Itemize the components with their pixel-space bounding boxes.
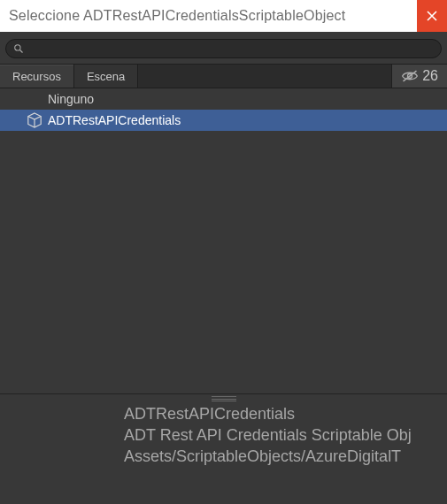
search-input[interactable] [29, 42, 434, 55]
svg-line-1 [20, 50, 23, 53]
titlebar: Seleccione ADTRestAPICredentialsScriptab… [0, 0, 447, 32]
hidden-count: 26 [422, 68, 438, 84]
detail-path: Assets/ScriptableObjects/AzureDigitalT [124, 446, 447, 467]
tab-label: Escena [87, 70, 125, 83]
detail-name: ADTRestAPICredentials [124, 403, 447, 424]
tabs-spacer [138, 65, 391, 88]
list-item-label: ADTRestAPICredentials [48, 113, 181, 127]
hidden-objects-toggle[interactable]: 26 [391, 65, 447, 88]
tabs-row: Recursos Escena 26 [0, 64, 447, 88]
svg-point-0 [15, 45, 20, 50]
search-field[interactable] [5, 39, 442, 58]
detail-panel: ADTRestAPICredentials ADT Rest API Crede… [0, 393, 447, 504]
tab-recursos[interactable]: Recursos [0, 65, 74, 88]
close-icon [427, 11, 437, 21]
resize-grip[interactable] [212, 396, 236, 401]
tab-escena[interactable]: Escena [74, 65, 138, 88]
close-button[interactable] [417, 0, 447, 32]
eye-off-icon [401, 70, 419, 82]
list-item-label: Ninguno [48, 92, 94, 106]
detail-type: ADT Rest API Credentials Scriptable Obj [124, 424, 447, 446]
list-item-none[interactable]: Ninguno [0, 88, 447, 110]
scriptable-object-icon [27, 112, 42, 128]
list-item[interactable]: ADTRestAPICredentials [0, 110, 447, 131]
tab-label: Recursos [12, 70, 61, 83]
search-icon [13, 43, 24, 54]
search-row [0, 32, 447, 64]
asset-list: Ninguno ADTRestAPICredentials [0, 88, 447, 393]
window-title: Seleccione ADTRestAPICredentialsScriptab… [9, 8, 345, 24]
